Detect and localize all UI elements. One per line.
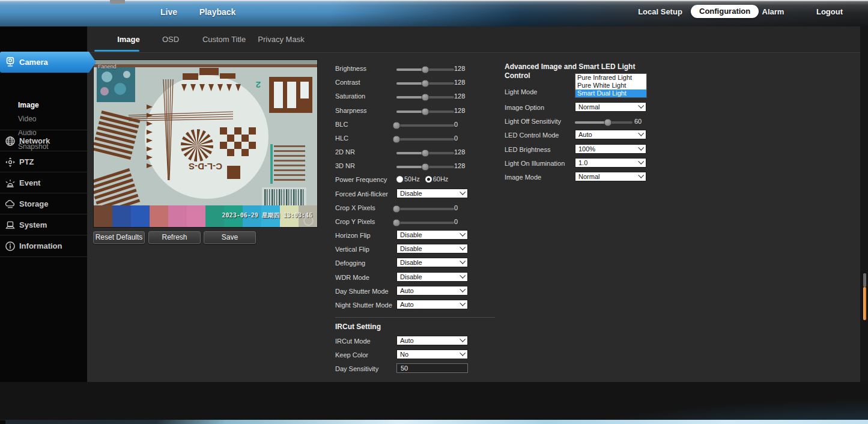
slider-handle[interactable] — [422, 66, 429, 74]
sidebar-item-label: Network — [19, 136, 50, 145]
slider-handle[interactable] — [422, 80, 429, 88]
tab-custom-title[interactable]: Custom Title — [197, 35, 251, 44]
save-button[interactable]: Save — [204, 231, 256, 244]
select-wdr-mode[interactable]: Disable — [396, 272, 468, 282]
select-forced-anti-flicker[interactable]: Disable — [396, 189, 468, 198]
radio-circle[interactable] — [425, 176, 432, 183]
footer-area — [0, 382, 868, 424]
label-crop-x-pixels: Crop X Pixels — [335, 204, 375, 211]
slider-handle[interactable] — [422, 108, 429, 116]
cloud-storage-icon — [5, 199, 16, 210]
light-mode-open-dropdown[interactable]: Pure Infrared LightPure White LightSmart… — [575, 73, 647, 98]
slider-handle[interactable] — [393, 205, 401, 213]
osd-timestamp: 2023-06-29 星期四 13:03:46 — [222, 211, 312, 220]
sidebar-item-label: Storage — [19, 199, 48, 208]
label-3d-nr: 3D NR — [335, 162, 355, 169]
setting-row-sharpness: Sharpness 128 — [335, 105, 503, 117]
refresh-button[interactable]: Refresh — [148, 231, 201, 244]
select-defogging[interactable]: Disable — [396, 258, 468, 267]
setting-row-night-shutter-mode: Night Shutter Mode Auto — [335, 300, 503, 312]
tab-image[interactable]: Image — [106, 35, 151, 44]
sidebar-item-camera[interactable]: Camera — [0, 52, 96, 73]
label-power-frequency: Power Frequency — [335, 176, 387, 183]
sidebar-item-storage[interactable]: Storage — [0, 193, 87, 214]
setting-row-power-frequency: Power Frequency 50Hz 60Hz — [335, 174, 503, 186]
select-image-option[interactable]: Normal — [575, 102, 646, 112]
tab-privacy-mask[interactable]: Privacy Mask — [254, 35, 308, 44]
label-crop-y-pixels: Crop Y Pixels — [335, 218, 375, 225]
option-pure-white-light[interactable]: Pure White Light — [575, 82, 646, 89]
slider-2d-nr[interactable] — [396, 151, 463, 159]
slider-contrast[interactable] — [396, 81, 463, 89]
radio-label: 60Hz — [433, 175, 449, 183]
bottom-glow-strip — [0, 420, 868, 424]
scrollbar-thumb-gray[interactable] — [863, 273, 866, 287]
slider-handle[interactable] — [393, 122, 401, 130]
slider-3d-nr[interactable] — [396, 165, 463, 172]
nav-local-setup[interactable]: Local Setup — [638, 7, 682, 16]
value-3d-nr: 128 — [454, 162, 465, 169]
bottom-corner-artifact — [0, 420, 5, 424]
slider-light-off-sensitivity[interactable] — [575, 120, 641, 128]
sidebar-item-image[interactable]: Image — [18, 101, 84, 113]
slider-handle[interactable] — [393, 219, 401, 227]
select-led-brightness[interactable]: 100% — [575, 144, 646, 154]
option-pure-infrared-light[interactable]: Pure Infrared Light — [575, 74, 646, 82]
laptop-icon — [5, 220, 16, 231]
setting-row-keep-color: Keep Color No — [335, 350, 503, 362]
info-icon — [5, 241, 16, 252]
chevron-down-icon — [638, 159, 644, 165]
section-divider — [335, 317, 495, 318]
ircut-section-title: IRCut Setting — [335, 323, 381, 331]
nav-live[interactable]: Live — [154, 7, 184, 17]
image-tabstrip: Image OSD Custom Title Privacy Mask — [87, 26, 860, 53]
sidebar-item-information[interactable]: Information — [0, 235, 87, 257]
slider-blc[interactable] — [396, 123, 463, 131]
option-smart-dual-light[interactable]: Smart Dual Light — [575, 89, 646, 97]
slider-handle[interactable] — [422, 163, 429, 171]
slider-handle[interactable] — [393, 136, 401, 144]
value-2d-nr: 128 — [454, 148, 465, 156]
input-day-sensitivity[interactable] — [396, 363, 468, 373]
sidebar-item-video[interactable]: Video — [18, 115, 84, 127]
select-image-mode[interactable]: Normal — [575, 172, 646, 181]
slider-crop-x-pixels[interactable] — [396, 207, 463, 214]
slider-handle[interactable] — [422, 94, 429, 101]
select-ircut-mode[interactable]: Auto — [396, 336, 468, 345]
select-horizon-flip[interactable]: Disable — [396, 230, 468, 240]
selected-value: Auto — [400, 287, 414, 294]
slider-handle[interactable] — [422, 150, 429, 157]
sidebar-item-ptz[interactable]: PTZ — [0, 151, 87, 172]
setting-row-saturation: Saturation 128 — [335, 91, 503, 103]
tab-osd[interactable]: OSD — [153, 35, 189, 44]
sidebar-item-network[interactable]: Network — [0, 130, 87, 151]
label-wdr-mode: WDR Mode — [335, 274, 369, 281]
slider-brightness[interactable] — [396, 67, 463, 75]
select-day-shutter-mode[interactable]: Auto — [396, 286, 468, 295]
reset-defaults-button[interactable]: Reset Defaults — [93, 231, 145, 244]
slider-sharpness[interactable] — [396, 109, 463, 117]
ptz-pad-icon — [5, 157, 16, 168]
sidebar-item-system[interactable]: System — [0, 214, 87, 235]
sidebar-item-event[interactable]: Event — [0, 172, 87, 193]
slider-handle[interactable] — [604, 119, 612, 127]
slider-crop-y-pixels[interactable] — [396, 220, 463, 228]
select-night-shutter-mode[interactable]: Auto — [396, 300, 468, 309]
nav-alarm[interactable]: Alarm — [755, 7, 791, 16]
slider-hlc[interactable] — [396, 137, 463, 145]
label-led-control-mode: LED Control Mode — [505, 132, 559, 139]
nav-playback[interactable]: Playback — [196, 7, 239, 17]
nav-configuration[interactable]: Configuration — [691, 5, 759, 18]
select-led-control-mode[interactable]: Auto — [575, 130, 646, 139]
nav-logout[interactable]: Logout — [812, 7, 848, 16]
scrollbar-thumb-orange[interactable] — [863, 287, 866, 320]
radio-60hz[interactable]: 60Hz — [425, 175, 449, 183]
radio-50hz[interactable]: 50Hz — [396, 175, 420, 183]
radio-circle[interactable] — [396, 176, 403, 183]
chevron-down-icon — [460, 350, 466, 356]
slider-saturation[interactable] — [396, 95, 463, 103]
select-keep-color[interactable]: No — [396, 350, 468, 359]
select-light-on-illumination[interactable]: 1.0 — [575, 158, 646, 168]
select-vertical-flip[interactable]: Disable — [396, 244, 468, 253]
label-defogging: Defogging — [335, 259, 365, 267]
